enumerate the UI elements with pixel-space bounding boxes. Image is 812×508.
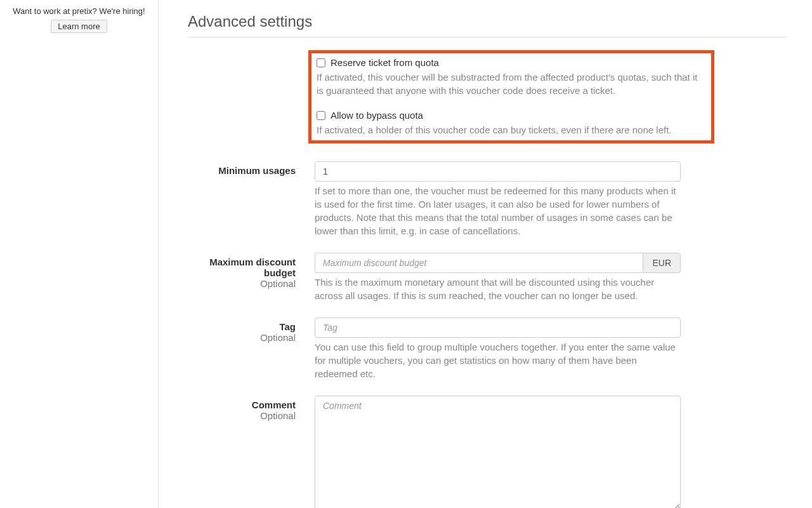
- comment-label: Comment: [188, 399, 296, 410]
- budget-input[interactable]: [315, 253, 643, 273]
- comment-optional: Optional: [188, 410, 296, 421]
- min-usages-help: If set to more than one, the voucher mus…: [315, 184, 681, 237]
- bypass-quota-checkbox[interactable]: [317, 111, 325, 120]
- section-title: Advanced settings: [188, 13, 787, 37]
- budget-optional: Optional: [188, 278, 296, 289]
- bypass-quota-label: Allow to bypass quota: [331, 110, 423, 121]
- budget-label: Maximum discount budget: [188, 257, 296, 278]
- learn-more-button[interactable]: Learn more: [51, 20, 107, 33]
- currency-addon: EUR: [643, 253, 681, 273]
- sidebar: Want to work at pretix? We're hiring! Le…: [0, 0, 159, 508]
- reserve-quota-checkbox[interactable]: [317, 58, 325, 67]
- main-content: Advanced settings Reserve ticket from qu…: [159, 0, 812, 508]
- budget-help: This is the maximum monetary amount that…: [315, 276, 681, 302]
- reserve-quota-label: Reserve ticket from quota: [331, 57, 439, 68]
- comment-textarea[interactable]: [315, 396, 681, 508]
- hiring-text: Want to work at pretix? We're hiring!: [0, 6, 158, 16]
- tag-input[interactable]: [315, 318, 681, 338]
- reserve-quota-help: If activated, this voucher will be subst…: [317, 70, 706, 97]
- highlighted-checkbox-group: Reserve ticket from quota If activated, …: [308, 50, 714, 144]
- min-usages-label: Minimum usages: [188, 165, 296, 176]
- bypass-quota-help: If activated, a holder of this voucher c…: [317, 123, 706, 137]
- min-usages-input[interactable]: [315, 161, 681, 182]
- tag-label: Tag: [188, 321, 296, 332]
- tag-help: You can use this field to group multiple…: [315, 340, 681, 380]
- tag-optional: Optional: [188, 332, 296, 343]
